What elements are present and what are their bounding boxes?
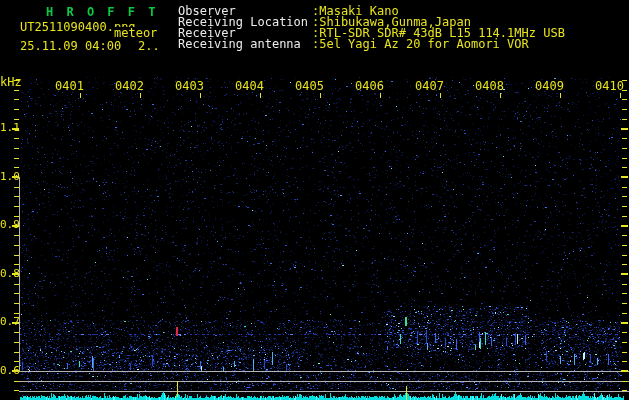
- time-tick-label: 0410: [588, 80, 624, 92]
- time-tick-label: 0401: [48, 80, 84, 92]
- time-tick-label: 0403: [168, 80, 204, 92]
- time-tick-label: 0405: [288, 80, 324, 92]
- page-title: H R O F F T: [46, 6, 158, 18]
- datetime-label: 25.11.09 04:00: [20, 40, 121, 52]
- freq-unit-label: kHz: [0, 76, 22, 88]
- time-tick-label: 0408: [468, 80, 504, 92]
- freq-tick-label: 0.8: [0, 268, 20, 279]
- freq-tick-label: 0.6: [0, 365, 20, 376]
- freq-tick-label: 0.9: [0, 219, 20, 230]
- freq-tick-label: 0.7: [0, 316, 20, 327]
- time-tick-label: 0409: [528, 80, 564, 92]
- info-label-antenna: Receiving antenna: [178, 38, 301, 50]
- mode-label: meteor: [113, 27, 158, 39]
- time-tick-label: 0402: [108, 80, 144, 92]
- freq-tick-label: 1.0: [0, 171, 20, 182]
- freq-tick-label: 1.1: [0, 122, 20, 133]
- info-value-antenna: :5el Yagi Az 20 for Aomori VOR: [312, 38, 529, 50]
- hrofft-screen: H R O F F T UT2511090400.png meteor 25.1…: [0, 0, 629, 400]
- time-tick-label: 0407: [408, 80, 444, 92]
- echo-count: 2..: [138, 40, 160, 52]
- time-tick-label: 0404: [228, 80, 264, 92]
- spectrogram-canvas: [0, 0, 629, 400]
- time-tick-label: 0406: [348, 80, 384, 92]
